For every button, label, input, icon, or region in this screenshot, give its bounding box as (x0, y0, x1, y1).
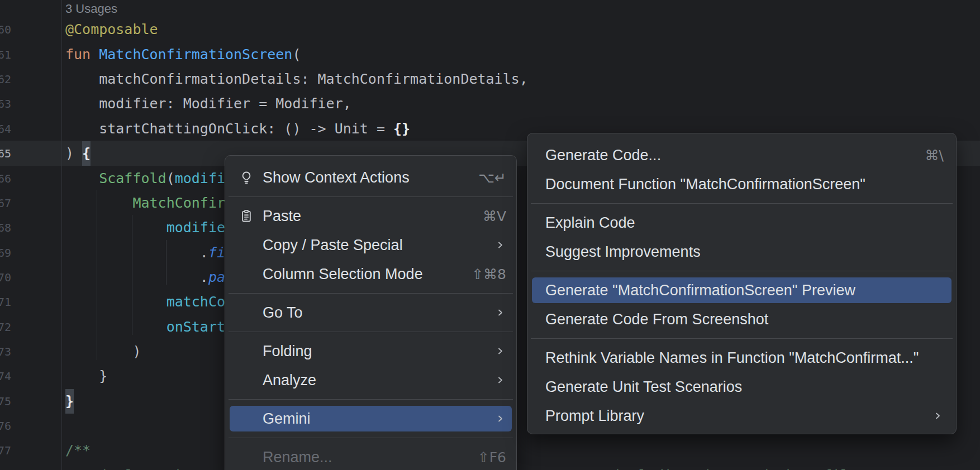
menu-item-label: Generate Code From Screenshot (545, 311, 768, 328)
code-segment (65, 195, 132, 211)
chevron-right-icon (495, 343, 506, 360)
icon-spacer (239, 305, 254, 320)
code-line-78[interactable]: * Displays the ma (65, 463, 217, 470)
gutter-line-number[interactable]: 69 (0, 241, 31, 265)
menu-item-analyze[interactable]: Analyze (230, 366, 512, 395)
menu-item-explain-code[interactable]: Explain Code (532, 208, 952, 237)
clipboard-icon (239, 209, 254, 223)
menu-item-shortcut: ⇧F6 (478, 449, 506, 466)
gutter-line-number[interactable]: 71 (0, 290, 31, 314)
code-segment: fun (65, 46, 99, 63)
code-line-75[interactable]: } (65, 389, 74, 414)
menu-item-column-selection-mode[interactable]: Column Selection Mode⇧⌘8 (230, 260, 512, 289)
menu-item-label: Generate Code... (545, 147, 661, 164)
code-segment: ) (65, 145, 82, 161)
gutter-line-number[interactable]: 64 (0, 117, 31, 141)
menu-item-generate-unit-test-scenarios[interactable]: Generate Unit Test Scenarios (532, 372, 952, 401)
menu-item-document-function-matchconfirmationscreen[interactable]: Document Function "MatchConfirmationScre… (532, 170, 952, 199)
code-line-65[interactable]: ) { (65, 141, 91, 166)
menu-item-label: Analyze (263, 372, 316, 389)
menu-item-label: Column Selection Mode (263, 266, 423, 283)
code-line-64[interactable]: startChattingOnClick: () -> Unit = {} (65, 117, 410, 141)
code-segment: modifier: Modifier = Modifier, (65, 95, 351, 112)
menu-item-suggest-improvements[interactable]: Suggest Improvements (532, 237, 952, 266)
lightbulb-icon (239, 170, 254, 185)
chevron-right-icon (495, 372, 506, 389)
code-segment: startChattingOnClick: () -> Unit = (65, 121, 393, 137)
menu-item-label: Explain Code (545, 214, 635, 232)
menu-item-label: Gemini (263, 410, 311, 428)
menu-item-generate-code-from-screenshot[interactable]: Generate Code From Screenshot (532, 305, 952, 334)
menu-item-label: Paste (263, 208, 301, 225)
menu-item-go-to[interactable]: Go To (230, 298, 512, 327)
code-segment: Scaffold (99, 170, 166, 186)
code-line-77[interactable]: /** (65, 438, 91, 463)
icon-spacer (239, 450, 254, 464)
menu-item-label: Go To (263, 304, 303, 322)
menu-item-label: Document Function "MatchConfirmationScre… (545, 176, 865, 193)
gutter-line-number[interactable]: 75 (0, 389, 31, 414)
icon-spacer (239, 373, 254, 387)
gutter-line-number[interactable]: 73 (0, 339, 31, 364)
menu-item-shortcut: ⌥↵ (478, 170, 506, 186)
code-segment: } (65, 389, 74, 414)
gutter-line-number[interactable]: 62 (0, 67, 31, 92)
menu-item-label: Copy / Paste Special (263, 237, 403, 254)
menu-item-label: Suggest Improvements (545, 243, 701, 261)
menu-item-label: Generate Unit Test Scenarios (545, 378, 742, 396)
gutter-line-number[interactable]: 72 (0, 315, 31, 339)
code-segment (65, 170, 99, 186)
menu-item-copy-paste-special[interactable]: Copy / Paste Special (230, 231, 512, 260)
menu-item-rethink-variable-names-in-function-matchconfirmat[interactable]: Rethink Variable Names in Function "Matc… (532, 343, 952, 372)
code-line-61[interactable]: fun MatchConfirmationScreen( (65, 42, 301, 67)
gutter-line-number[interactable]: 61 (0, 42, 31, 67)
menu-item-generate-code[interactable]: Generate Code...⌘\ (532, 141, 952, 170)
menu-separator (229, 438, 513, 438)
code-segment (65, 319, 166, 335)
code-line-62[interactable]: matchConfirmationDetails: MatchConfirmat… (65, 67, 528, 92)
gemini-submenu: Generate Code...⌘\Document Function "Mat… (527, 133, 957, 434)
menu-item-paste[interactable]: Paste⌘V (230, 202, 512, 231)
code-line-63[interactable]: modifier: Modifier = Modifier, (65, 92, 351, 116)
gutter-line-number[interactable]: 70 (0, 265, 31, 290)
gutter-line-number[interactable]: 74 (0, 364, 31, 389)
gutter-line-number[interactable]: 68 (0, 215, 31, 240)
menu-item-label: Folding (263, 343, 312, 360)
code-line-74[interactable]: } (65, 364, 107, 389)
code-segment: ) (65, 343, 141, 359)
code-line-60[interactable]: @Composable (65, 17, 158, 42)
code-line-68[interactable]: modifier (65, 215, 234, 240)
menu-item-show-context-actions[interactable]: Show Context Actions⌥↵ (230, 163, 512, 192)
gutter-border (61, 0, 62, 470)
menu-item-rename[interactable]: Rename...⇧F6 (230, 443, 512, 470)
gutter-line-number[interactable]: 65 (0, 141, 31, 166)
gutter-line-number[interactable]: 63 (0, 92, 31, 116)
code-line-67[interactable]: MatchConfirma (65, 191, 242, 215)
menu-separator (229, 399, 513, 400)
code-line-66[interactable]: Scaffold(modifier (65, 166, 242, 191)
gutter-line-number[interactable]: 76 (0, 414, 31, 438)
gutter-line-number[interactable]: 67 (0, 191, 31, 215)
code-line-73[interactable]: ) (65, 339, 141, 364)
menu-item-gemini[interactable]: Gemini (230, 406, 512, 431)
gutter-line-number[interactable]: 77 (0, 438, 31, 463)
chevron-right-icon (495, 237, 506, 254)
menu-item-generate-matchconfirmationscreen-preview[interactable]: Generate "MatchConfirmationScreen" Previ… (532, 277, 952, 303)
gutter-line-number[interactable]: 60 (0, 17, 31, 42)
menu-item-label: Prompt Library (545, 407, 644, 425)
menu-item-folding[interactable]: Folding (230, 337, 512, 366)
code-comment-fragment: n screen, including the matched profiles (528, 463, 864, 470)
icon-spacer (239, 267, 254, 281)
code-segment (65, 294, 166, 310)
icon-spacer (239, 238, 254, 252)
usages-inlay-hint[interactable]: 3 Usages (65, 0, 117, 17)
chevron-right-icon (933, 407, 944, 425)
gutter-line-number[interactable]: 78 (0, 463, 31, 470)
code-segment: ( (292, 46, 301, 63)
code-segment: {} (393, 121, 410, 137)
gutter-line-number[interactable]: 66 (0, 166, 31, 191)
menu-item-prompt-library[interactable]: Prompt Library (532, 401, 952, 430)
icon-spacer (239, 411, 254, 426)
code-line-72[interactable]: onStartCha (65, 315, 250, 339)
editor-context-menu: Show Context Actions⌥↵Paste⌘VCopy / Past… (225, 155, 517, 470)
